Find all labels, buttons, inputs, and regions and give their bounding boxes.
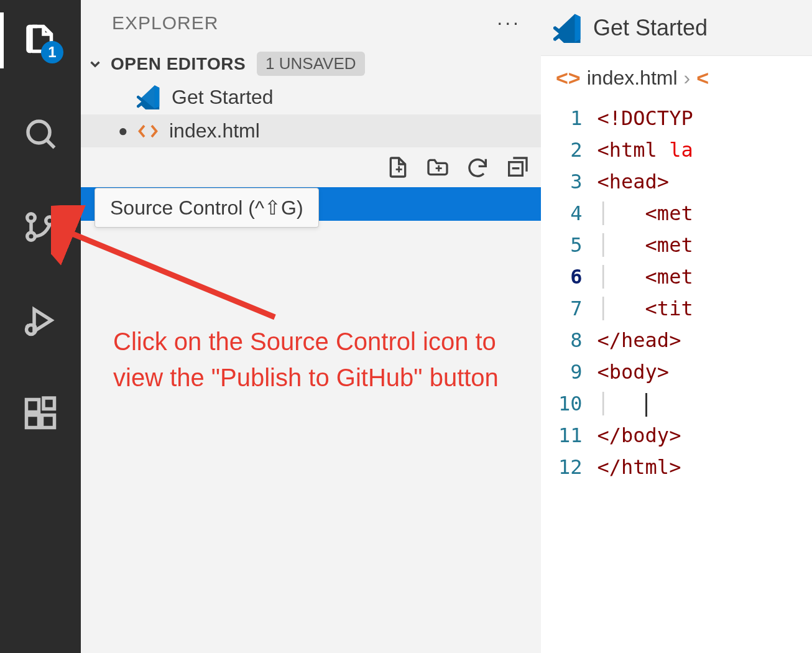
source-control-icon <box>22 208 59 246</box>
new-folder-icon[interactable] <box>425 155 450 180</box>
code-lines: <!DOCTYP <html la <head> │ <met │ <met │… <box>597 103 693 483</box>
html-tag-icon: < <box>696 66 709 90</box>
open-editors-header[interactable]: OPEN EDITORS 1 UNSAVED <box>81 48 541 80</box>
refresh-icon[interactable] <box>465 155 490 180</box>
breadcrumb[interactable]: <> index.html › < <box>541 56 812 100</box>
line-number: 11 <box>558 420 583 452</box>
svg-point-0 <box>28 121 50 143</box>
open-editors-label: OPEN EDITORS <box>111 54 246 74</box>
explorer-sidebar: EXPLORER ··· OPEN EDITORS 1 UNSAVED Get … <box>81 0 541 653</box>
line-number: 3 <box>558 166 583 198</box>
line-number: 6 <box>558 261 583 293</box>
open-editor-label: Get Started <box>172 86 274 109</box>
activity-run-debug[interactable] <box>12 292 68 348</box>
source-control-tooltip: Source Control (^⇧G) <box>95 188 319 228</box>
line-number: 1 <box>558 103 583 134</box>
open-editor-index-html[interactable]: index.html <box>81 114 541 147</box>
open-editor-get-started[interactable]: Get Started <box>81 80 541 114</box>
svg-line-10 <box>63 230 275 317</box>
activity-bar: 1 <box>0 0 81 653</box>
line-number: 8 <box>558 325 583 356</box>
activity-source-control[interactable] <box>12 199 68 255</box>
vscode-icon <box>553 13 583 43</box>
line-number: 4 <box>558 198 583 229</box>
activity-search[interactable] <box>12 106 68 162</box>
line-number: 12 <box>558 452 583 483</box>
open-editor-label: index.html <box>169 119 260 142</box>
svg-rect-8 <box>44 398 55 409</box>
line-number: 5 <box>558 229 583 261</box>
breadcrumb-file: index.html <box>587 67 678 90</box>
collapse-all-icon[interactable] <box>505 155 530 180</box>
sidebar-more-button[interactable]: ··· <box>497 11 521 34</box>
chevron-down-icon <box>87 56 103 72</box>
editor-tab-get-started[interactable]: Get Started <box>593 15 708 41</box>
html-tag-icon: <> <box>556 66 581 90</box>
svg-point-1 <box>27 214 35 222</box>
editor-tab-bar: Get Started <box>541 0 812 56</box>
line-number: 7 <box>558 293 583 325</box>
svg-point-3 <box>46 217 54 225</box>
vscode-icon <box>137 85 162 109</box>
extensions-icon <box>22 395 59 432</box>
svg-point-2 <box>27 233 35 241</box>
code-editor[interactable]: 1 2 3 4 5 6 7 8 9 10 11 12 <!DOCTYP <htm… <box>541 100 812 483</box>
sidebar-title: EXPLORER <box>112 12 218 34</box>
search-icon <box>22 115 59 152</box>
explorer-badge: 1 <box>41 41 63 63</box>
folder-header[interactable] <box>81 147 541 187</box>
svg-rect-6 <box>27 415 39 428</box>
activity-explorer[interactable]: 1 <box>12 12 68 68</box>
html-file-icon <box>137 120 159 142</box>
annotation-text: Click on the Source Control icon to view… <box>113 323 511 396</box>
line-number: 9 <box>558 356 583 388</box>
line-number: 10 <box>558 388 583 420</box>
unsaved-badge: 1 UNSAVED <box>257 52 364 76</box>
line-number-gutter: 1 2 3 4 5 6 7 8 9 10 11 12 <box>541 103 597 483</box>
svg-rect-5 <box>27 400 39 412</box>
debug-icon <box>22 302 59 339</box>
line-number: 2 <box>558 134 583 166</box>
editor-group: Get Started <> index.html › < 1 2 3 4 5 … <box>541 0 812 653</box>
activity-extensions[interactable] <box>12 386 68 442</box>
new-file-icon[interactable] <box>385 155 410 180</box>
svg-rect-7 <box>42 415 55 428</box>
breadcrumb-separator: › <box>684 67 691 90</box>
